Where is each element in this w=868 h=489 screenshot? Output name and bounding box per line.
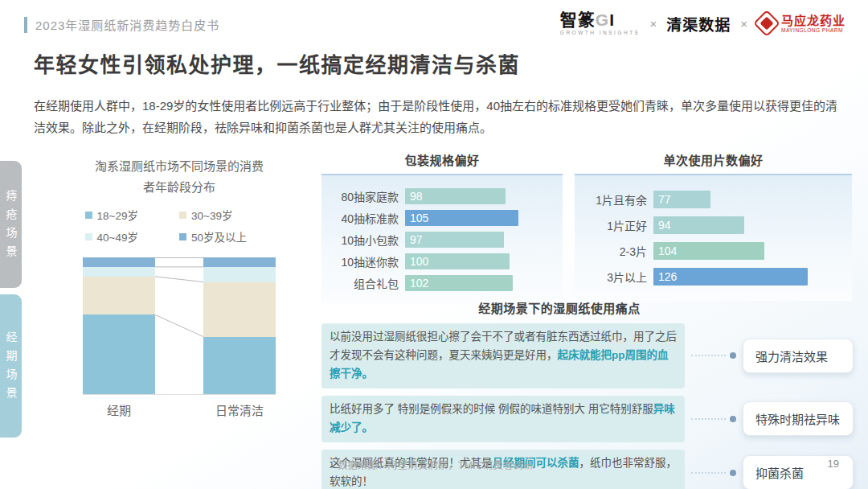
user-quote: 以前没用过湿厕纸很担心擦了会干不了或者有脏东西透过纸巾，用了之后才发现不会有这种… (321, 323, 685, 388)
connector-dotted-line (691, 472, 726, 474)
bar-value-label: 105 (410, 212, 428, 224)
pieces-chart-body: 1片且有余771片正好942-3片1043片以上126 (575, 174, 852, 301)
pieces-chart-title: 单次使用片数偏好 (575, 151, 852, 168)
age-chart-plot (83, 257, 276, 395)
connector-dotted-line (691, 418, 726, 420)
zhizhuan-logo-text: 智篆GI (560, 11, 615, 28)
bar-segment (83, 257, 155, 267)
sidebar-tab-hemorrhoid-scene[interactable]: 痔疮场景 (0, 161, 22, 288)
age-chart-categories: 经期日常清洁 (83, 401, 276, 418)
bar-value-label: 104 (658, 244, 677, 257)
bar-segment (203, 282, 276, 337)
legend-item: 50岁及以上 (179, 228, 274, 244)
bar-segment (203, 337, 276, 394)
packaging-chart-body: 80抽家庭款9840抽标准款10510抽小包款9710抽迷你款100组合礼包10… (321, 174, 563, 304)
bar-row: 3片以上126 (575, 268, 844, 286)
stacked-bar (203, 257, 276, 394)
mayinglong-en: MAYINGLONG PHARM (781, 28, 845, 34)
page-number: 19 (828, 458, 839, 470)
quote-text: 比纸好用多了 特别是例假来的时候 例假的味道特别大 用它特别舒服 (330, 403, 653, 415)
bar-value-label: 77 (658, 193, 671, 206)
zhizhuan-g: G (596, 10, 609, 29)
bar-row: 10抽迷你款100 (321, 253, 555, 269)
bar-track: 102 (405, 275, 555, 291)
connector (685, 352, 743, 359)
bar-row: 1片正好94 (575, 216, 844, 234)
bar: 97 (405, 232, 504, 248)
document-title: 2023年湿厕纸新消费趋势白皮书 (35, 16, 219, 33)
zhizhuan-logo: 智篆GI GROWTH INSIGHTS (560, 11, 641, 36)
zhizhuan-tagline: GROWTH INSIGHTS (560, 31, 641, 36)
mayinglong-logo: 马应龙药业 MAYINGLONG PHARM (757, 14, 845, 33)
pain-point-row: 比纸好用多了 特别是例假来的时候 例假的味道特别大 用它特别舒服异味减少了。特殊… (321, 396, 854, 442)
pain-point-label: 特殊时期祛异味 (743, 401, 854, 436)
bar: 100 (405, 253, 510, 269)
bar: 98 (405, 188, 506, 204)
bar-segment (83, 277, 155, 315)
connector (685, 470, 743, 476)
bar-segment (83, 314, 155, 394)
qingqu-logo-text: 清渠数据 (666, 13, 731, 35)
cross-separator-icon: × (649, 17, 657, 31)
bar-track: 77 (653, 191, 844, 208)
legend-swatch (179, 212, 186, 219)
legend-item: 40~49岁 (85, 228, 180, 244)
bar-value-label: 100 (410, 255, 428, 268)
legend-label: 30~39岁 (191, 207, 232, 223)
bar: 126 (653, 268, 808, 286)
zhizhuan-i: I (609, 10, 615, 29)
bar-row: 80抽家庭款98 (321, 188, 555, 204)
legend-item: 18~29岁 (85, 207, 180, 223)
bar-segment (203, 257, 276, 267)
cross-separator-icon: × (740, 17, 747, 31)
bar-row: 组合礼包102 (321, 275, 555, 291)
bar-track: 97 (405, 232, 555, 248)
age-chart-title: 淘系湿厕纸市场不同场景的消费者年龄段分布 (95, 156, 264, 197)
bar: 94 (653, 216, 744, 234)
connector (685, 416, 743, 422)
bar-value-label: 94 (658, 219, 671, 232)
age-chart-legend: 18~29岁30~39岁40~49岁50岁及以上 (85, 207, 274, 244)
legend-swatch (85, 212, 92, 219)
connector-dot (730, 470, 736, 476)
bar-row-label: 2-3片 (575, 243, 653, 259)
user-quote: 比纸好用多了 特别是例假来的时候 例假的味道特别大 用它特别舒服异味减少了。 (321, 396, 685, 442)
legend-item: 30~39岁 (179, 207, 274, 223)
packaging-preference-chart: 包装规格偏好 80抽家庭款9840抽标准款10510抽小包款9710抽迷你款10… (321, 151, 563, 304)
header-accent-bar (24, 17, 27, 33)
bar: 102 (405, 275, 513, 291)
bar-row-label: 10抽小包款 (321, 232, 405, 248)
category-label: 经期 (83, 401, 155, 418)
pain-point-row: 以前没用过湿厕纸很担心擦了会干不了或者有脏东西透过纸巾，用了之后才发现不会有这种… (321, 323, 854, 388)
pieces-preference-chart: 单次使用片数偏好 1片且有余771片正好942-3片1043片以上126 (575, 151, 852, 301)
bar-track: 126 (653, 268, 844, 286)
bar-row-label: 3片以上 (575, 269, 653, 285)
page-title: 年轻女性引领私处护理，一纸搞定经期清洁与杀菌 (34, 48, 520, 78)
zhizhuan-cn: 智篆 (560, 10, 596, 29)
mayinglong-cn: 马应龙药业 (781, 14, 845, 27)
bar-track: 98 (405, 188, 555, 204)
mayinglong-logo-text: 马应龙药业 MAYINGLONG PHARM (781, 14, 845, 34)
header: 2023年湿厕纸新消费趋势白皮书 (24, 16, 219, 33)
bar-row: 1片且有余77 (575, 191, 844, 208)
bar-value-label: 126 (658, 270, 677, 283)
bar-value-label: 98 (410, 190, 423, 203)
age-distribution-chart: 淘系湿厕纸市场不同场景的消费者年龄段分布 18~29岁30~39岁40~49岁5… (55, 156, 304, 418)
bar-segment (83, 267, 155, 277)
category-label: 日常清洁 (203, 401, 276, 418)
bar-segment (203, 267, 276, 282)
pain-points-title: 经期场景下的湿厕纸使用痛点 (321, 299, 854, 316)
legend-swatch (85, 233, 92, 240)
packaging-chart-title: 包装规格偏好 (321, 151, 563, 168)
sidebar-tab-period-scene[interactable]: 经期场景 (0, 294, 22, 438)
bar-row: 2-3片104 (575, 242, 844, 260)
intro-paragraph: 在经期使用人群中，18-29岁的女性使用者比例远高于行业整体；由于是阶段性使用，… (34, 95, 841, 138)
pain-point-label: 强力清洁效果 (743, 339, 854, 373)
bar-row-label: 80抽家庭款 (321, 188, 405, 204)
bar-track: 94 (653, 216, 844, 234)
bar-row: 40抽标准款105 (321, 210, 555, 226)
bar-row: 10抽小包款97 (321, 232, 555, 248)
brand-logos: 智篆GI GROWTH INSIGHTS × 清渠数据 × 马应龙药业 MAYI… (560, 11, 845, 36)
legend-label: 40~49岁 (97, 228, 138, 244)
bar: 77 (653, 191, 710, 208)
